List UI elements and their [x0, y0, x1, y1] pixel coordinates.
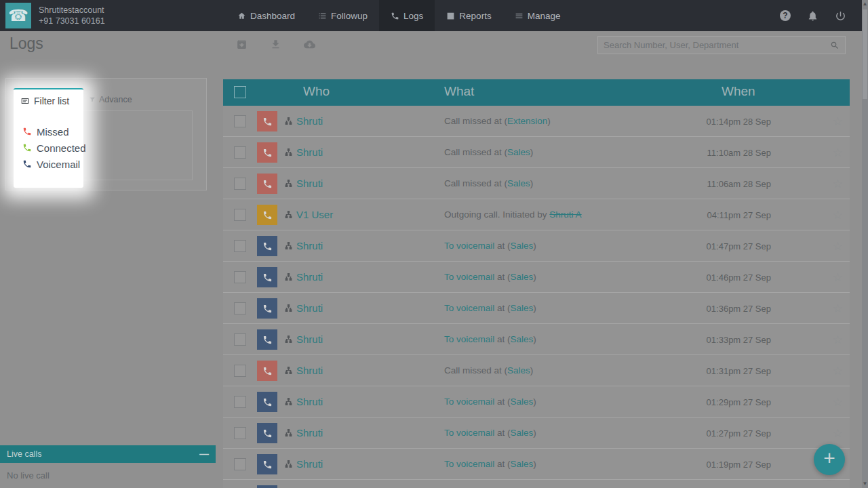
what-link[interactable]: To voicemail: [444, 272, 494, 282]
row-checkbox[interactable]: [234, 427, 246, 439]
row-who-name[interactable]: Shruti: [296, 302, 323, 314]
what-link[interactable]: Shruti A: [549, 209, 581, 220]
row-checkbox[interactable]: [234, 115, 246, 127]
nav-followup[interactable]: Followup: [307, 0, 379, 31]
search-icon[interactable]: [830, 41, 840, 50]
what-link[interactable]: To voicemail: [444, 334, 494, 344]
row-checkbox[interactable]: [234, 146, 246, 159]
filter-item-connected[interactable]: Connected: [14, 140, 83, 156]
nav-reports[interactable]: Reports: [435, 0, 502, 31]
row-who-name[interactable]: Shruti: [296, 365, 323, 376]
star-icon[interactable]: ☆: [833, 115, 843, 129]
what-link[interactable]: Sales: [511, 396, 534, 407]
what-link[interactable]: To voicemail: [444, 459, 494, 469]
app-logo[interactable]: ☎: [5, 3, 31, 28]
star-icon[interactable]: ☆: [833, 333, 843, 347]
department-icon: [284, 179, 293, 188]
table-row[interactable]: Shruti To voicemail at (Sales) 01:36pm 2…: [223, 293, 850, 324]
what-link[interactable]: Sales: [511, 459, 534, 469]
row-checkbox[interactable]: [234, 396, 246, 408]
row-who-name[interactable]: Shruti: [296, 146, 323, 158]
nav-manage[interactable]: Manage: [503, 0, 572, 31]
star-icon[interactable]: ☆: [833, 395, 843, 409]
table-row[interactable]: Shruti To voicemail at (Sales) 01:29pm 2…: [223, 386, 850, 418]
select-all-checkbox[interactable]: [234, 86, 246, 98]
table-row[interactable]: ☆: [223, 480, 850, 488]
row-who-name[interactable]: Shruti: [296, 458, 323, 470]
row-who-name[interactable]: Shruti: [296, 333, 323, 345]
cloud-download-icon[interactable]: [304, 39, 315, 50]
nav-dashboard[interactable]: Dashboard: [226, 0, 307, 31]
table-row[interactable]: Shruti To voicemail at (Sales) 01:47pm 2…: [223, 230, 850, 262]
table-row[interactable]: Shruti Call missed at (Sales) 01:31pm 27…: [223, 355, 850, 386]
scroll-down-icon[interactable]: ▼: [862, 480, 868, 488]
row-checkbox[interactable]: [234, 302, 246, 314]
scrollbar-thumb[interactable]: [863, 9, 867, 99]
scrollbar[interactable]: ▲ ▼: [862, 0, 868, 488]
what-link[interactable]: Sales: [511, 428, 534, 438]
row-checkbox[interactable]: [234, 333, 246, 346]
row-checkbox[interactable]: [234, 240, 246, 252]
row-who-name[interactable]: Shruti: [296, 115, 323, 127]
call-type-icon: [257, 454, 277, 474]
what-link[interactable]: To voicemail: [444, 303, 494, 313]
row-checkbox[interactable]: [234, 365, 246, 377]
live-calls-header[interactable]: Live calls —: [0, 445, 216, 463]
row-who-name[interactable]: Shruti: [296, 271, 323, 283]
tab-filter-list[interactable]: Filter list: [14, 89, 83, 106]
star-icon[interactable]: ☆: [833, 239, 843, 253]
what-link[interactable]: Sales: [507, 147, 530, 157]
star-icon[interactable]: ☆: [833, 426, 843, 441]
search-input[interactable]: [604, 40, 830, 50]
filter-item-missed[interactable]: Missed: [14, 123, 83, 140]
star-icon[interactable]: ☆: [833, 364, 843, 378]
table-row[interactable]: Shruti To voicemail at (Sales) 01:33pm 2…: [223, 324, 850, 355]
row-who-name[interactable]: Shruti: [296, 396, 323, 407]
star-icon[interactable]: ☆: [833, 302, 843, 316]
star-icon[interactable]: ☆: [833, 270, 843, 285]
what-link[interactable]: To voicemail: [444, 396, 494, 407]
what-link[interactable]: Sales: [507, 178, 530, 188]
star-icon[interactable]: ☆: [833, 177, 843, 191]
tab-advance[interactable]: Advance: [89, 95, 132, 104]
table-row[interactable]: Shruti To voicemail at (Sales) 01:27pm 2…: [223, 418, 850, 449]
filter-item-voicemail[interactable]: Voicemail: [14, 156, 83, 172]
table-row[interactable]: Shruti Call missed at (Sales) 11:10am 28…: [223, 137, 850, 168]
what-link[interactable]: Sales: [511, 334, 534, 344]
scroll-up-icon[interactable]: ▲: [862, 0, 868, 8]
what-link[interactable]: Sales: [511, 241, 534, 251]
table-row[interactable]: Shruti Call missed at (Extension) 01:14p…: [223, 106, 850, 137]
archive-icon[interactable]: [236, 39, 248, 50]
star-icon[interactable]: ☆: [833, 146, 843, 160]
nav-logs[interactable]: Logs: [379, 0, 435, 31]
account-info[interactable]: Shrutitestaccount +91 73031 60161: [39, 5, 105, 26]
table-row[interactable]: Shruti To voicemail at (Sales) 01:19pm 2…: [223, 449, 850, 480]
row-checkbox[interactable]: [234, 209, 246, 221]
row-who-name[interactable]: V1 User: [296, 209, 333, 220]
power-icon[interactable]: [835, 10, 846, 22]
row-who-name[interactable]: Shruti: [296, 178, 323, 189]
what-link[interactable]: To voicemail: [444, 428, 494, 438]
table-row[interactable]: Shruti Call missed at (Sales) 11:06am 28…: [223, 168, 850, 199]
download-icon[interactable]: [270, 39, 281, 50]
collapse-icon[interactable]: —: [199, 449, 209, 460]
what-link[interactable]: Sales: [511, 272, 534, 282]
add-button[interactable]: +: [814, 444, 845, 475]
row-who-name[interactable]: Shruti: [296, 240, 323, 251]
row-checkbox[interactable]: [234, 458, 246, 470]
table-row[interactable]: V1 User Outgoing call. Initiated by Shru…: [223, 199, 850, 230]
row-who-name[interactable]: Shruti: [296, 427, 323, 439]
row-what: Call missed at (Sales): [444, 147, 533, 157]
what-link[interactable]: Sales: [511, 303, 534, 313]
what-link[interactable]: Extension: [507, 116, 547, 126]
star-icon[interactable]: ☆: [833, 208, 843, 222]
what-link[interactable]: To voicemail: [444, 241, 494, 251]
help-icon[interactable]: ?: [780, 10, 791, 21]
bar-chart-icon: [446, 12, 455, 20]
table-row[interactable]: Shruti To voicemail at (Sales) 01:46pm 2…: [223, 262, 850, 293]
what-link[interactable]: Sales: [507, 365, 530, 375]
row-checkbox[interactable]: [234, 271, 246, 283]
bell-icon[interactable]: [807, 10, 818, 22]
row-checkbox[interactable]: [234, 178, 246, 190]
row-what: To voicemail at (Sales): [444, 459, 536, 469]
